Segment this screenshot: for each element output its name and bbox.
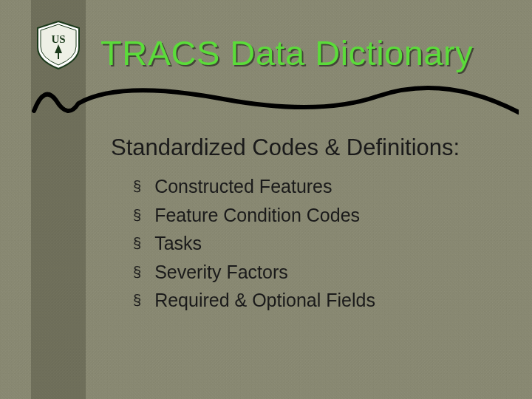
- bullet-label: Severity Factors: [154, 260, 288, 284]
- bullet-label: Feature Condition Codes: [154, 203, 360, 228]
- svg-text:US: US: [51, 33, 65, 45]
- divider-swoosh-icon: [31, 74, 519, 133]
- list-item: § Feature Condition Codes: [133, 203, 375, 228]
- slide-title: TRACS Data Dictionary: [100, 33, 473, 73]
- forest-service-logo: US: [35, 21, 81, 69]
- bullet-list: § Constructed Features § Feature Conditi…: [133, 174, 375, 317]
- list-item: § Required & Optional Fields: [133, 288, 375, 313]
- bullet-label: Tasks: [154, 231, 202, 256]
- bullet-icon: §: [133, 208, 141, 222]
- bullet-icon: §: [133, 293, 141, 307]
- bullet-label: Required & Optional Fields: [154, 288, 375, 313]
- bullet-icon: §: [133, 236, 141, 250]
- bullet-icon: §: [133, 265, 141, 279]
- list-item: § Constructed Features: [133, 174, 375, 199]
- list-item: § Severity Factors: [133, 260, 375, 284]
- bullet-icon: §: [133, 179, 141, 194]
- bullet-label: Constructed Features: [154, 174, 332, 199]
- slide-subtitle: Standardized Codes & Definitions:: [111, 134, 460, 161]
- list-item: § Tasks: [133, 231, 375, 256]
